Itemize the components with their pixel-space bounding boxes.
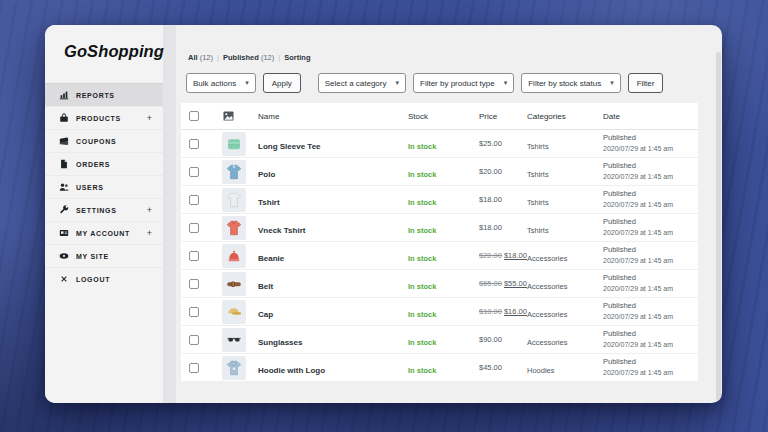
row-checkbox[interactable]	[189, 195, 199, 205]
eye-icon	[59, 251, 69, 261]
publish-status: Published	[603, 133, 698, 144]
sale-price: $55.00	[504, 279, 527, 288]
image-column-icon	[223, 111, 258, 121]
product-thumbnail-polo-icon[interactable]	[222, 160, 246, 184]
expand-plus-icon: +	[147, 228, 152, 238]
column-header-name[interactable]: Name	[258, 112, 408, 121]
table-row-polo: Polo In stock $20.00 Tshirts Published20…	[181, 158, 698, 186]
stock-status: In stock	[408, 142, 436, 151]
sidebar-item-users[interactable]: USERS	[45, 175, 163, 198]
product-name-link[interactable]: Vneck Tshirt	[258, 226, 305, 235]
row-checkbox[interactable]	[189, 335, 199, 345]
product-date: Published2020/07/29 at 1:45 am	[603, 161, 698, 181]
sidebar-item-orders[interactable]: ORDERS	[45, 152, 163, 175]
main-content: All (12)|Published (12)|Sorting Bulk act…	[176, 25, 722, 403]
sidebar-item-label: ORDERS	[76, 161, 152, 168]
product-price: $45.00	[479, 363, 527, 372]
product-price: $20.00	[479, 167, 527, 176]
product-categories-link[interactable]: Accessories	[527, 254, 567, 263]
publish-datetime: 2020/07/29 at 1:45 am	[603, 340, 698, 350]
filter-button[interactable]: Filter	[628, 73, 664, 93]
chevron-down-icon: ▾	[504, 79, 508, 87]
product-categories-link[interactable]: Tshirts	[527, 198, 549, 207]
product-categories-link[interactable]: Tshirts	[527, 226, 549, 235]
product-name-link[interactable]: Sunglasses	[258, 338, 302, 347]
product-name-link[interactable]: Long Sleeve Tee	[258, 142, 321, 151]
bulk-actions-select[interactable]: Bulk actions ▾	[186, 73, 256, 93]
select-all-checkbox[interactable]	[189, 111, 199, 121]
row-checkbox[interactable]	[189, 279, 199, 289]
sidebar-item-settings[interactable]: SETTINGS+	[45, 198, 163, 221]
table-body: Long Sleeve Tee In stock $25.00 Tshirts …	[181, 130, 698, 382]
stock-status-label: Filter by stock status	[528, 79, 601, 88]
product-thumbnail-longsleeve-icon[interactable]	[222, 132, 246, 156]
sidebar-menu: REPORTSPRODUCTS+COUPONSORDERSUSERSSETTIN…	[45, 83, 163, 290]
stock-status: In stock	[408, 226, 436, 235]
column-header-stock[interactable]: Stock	[408, 112, 479, 121]
product-name-link[interactable]: Cap	[258, 310, 273, 319]
product-thumbnail-belt-icon[interactable]	[222, 272, 246, 296]
product-name-link[interactable]: Beanie	[258, 254, 284, 263]
bulk-actions-label: Bulk actions	[193, 79, 236, 88]
orders-icon	[59, 159, 69, 169]
view-link-all[interactable]: All (12)	[188, 53, 213, 62]
sidebar-item-label: LOGOUT	[76, 276, 152, 283]
row-checkbox[interactable]	[189, 251, 199, 261]
column-header-price[interactable]: Price	[479, 112, 527, 121]
category-select[interactable]: Select a category ▾	[318, 73, 406, 93]
product-categories-link[interactable]: Accessories	[527, 310, 567, 319]
product-categories-link[interactable]: Tshirts	[527, 142, 549, 151]
row-checkbox[interactable]	[189, 363, 199, 373]
product-date: Published2020/07/29 at 1:45 am	[603, 133, 698, 153]
product-thumbnail-tshirt-icon[interactable]	[222, 188, 246, 212]
products-table: Name Stock Price Categories Date Long Sl…	[181, 103, 698, 382]
view-link-published[interactable]: Published (12)	[223, 53, 274, 62]
product-name-link[interactable]: Tshirt	[258, 198, 280, 207]
logout-x-icon	[59, 274, 69, 284]
sidebar-item-reports[interactable]: REPORTS	[45, 83, 163, 106]
filter-toolbar: Bulk actions ▾ Apply Select a category ▾…	[186, 73, 722, 93]
window-scrollbar[interactable]	[716, 52, 721, 401]
publish-status: Published	[603, 245, 698, 256]
column-header-date[interactable]: Date	[603, 112, 698, 121]
view-link-sorting[interactable]: Sorting	[284, 53, 310, 62]
product-name-link[interactable]: Belt	[258, 282, 273, 291]
product-thumbnail-cap-icon[interactable]	[222, 300, 246, 324]
row-checkbox[interactable]	[189, 139, 199, 149]
product-price: $18.00	[479, 195, 527, 204]
regular-price: $20.00	[479, 251, 502, 260]
sidebar-item-logout[interactable]: LOGOUT	[45, 267, 163, 290]
product-name-link[interactable]: Hoodie with Logo	[258, 366, 325, 375]
sidebar-item-coupons[interactable]: COUPONS	[45, 129, 163, 152]
product-name-link[interactable]: Polo	[258, 170, 275, 179]
product-categories-link[interactable]: Hoodies	[527, 366, 555, 375]
products-bag-icon	[59, 113, 69, 123]
product-categories-link[interactable]: Tshirts	[527, 170, 549, 179]
product-type-select[interactable]: Filter by product type ▾	[413, 73, 514, 93]
publish-status: Published	[603, 189, 698, 200]
product-thumbnail-beanie-icon[interactable]	[222, 244, 246, 268]
product-thumbnail-sunglasses-icon[interactable]	[222, 328, 246, 352]
publish-datetime: 2020/07/29 at 1:45 am	[603, 144, 698, 154]
sidebar-item-label: COUPONS	[76, 138, 152, 145]
product-price: $90.00	[479, 335, 527, 344]
product-categories-link[interactable]: Accessories	[527, 282, 567, 291]
product-categories-link[interactable]: Accessories	[527, 338, 567, 347]
stock-status-select[interactable]: Filter by stock status ▾	[521, 73, 620, 93]
table-row-cap: Cap In stock $18.00$16.00 Accessories Pu…	[181, 298, 698, 326]
product-date: Published2020/07/29 at 1:45 am	[603, 357, 698, 377]
row-checkbox[interactable]	[189, 167, 199, 177]
publish-datetime: 2020/07/29 at 1:45 am	[603, 312, 698, 322]
product-thumbnail-vneck-icon[interactable]	[222, 216, 246, 240]
row-checkbox[interactable]	[189, 223, 199, 233]
sidebar-item-my-site[interactable]: MY SITE	[45, 244, 163, 267]
sidebar-item-my-account[interactable]: MY ACCOUNT+	[45, 221, 163, 244]
publish-status: Published	[603, 217, 698, 228]
product-thumbnail-hoodie-icon[interactable]	[222, 356, 246, 380]
chart-icon	[59, 90, 69, 100]
sidebar-item-products[interactable]: PRODUCTS+	[45, 106, 163, 129]
row-checkbox[interactable]	[189, 307, 199, 317]
regular-price: $18.00	[479, 307, 502, 316]
table-row-sunglasses: Sunglasses In stock $90.00 Accessories P…	[181, 326, 698, 354]
apply-button[interactable]: Apply	[263, 73, 301, 93]
